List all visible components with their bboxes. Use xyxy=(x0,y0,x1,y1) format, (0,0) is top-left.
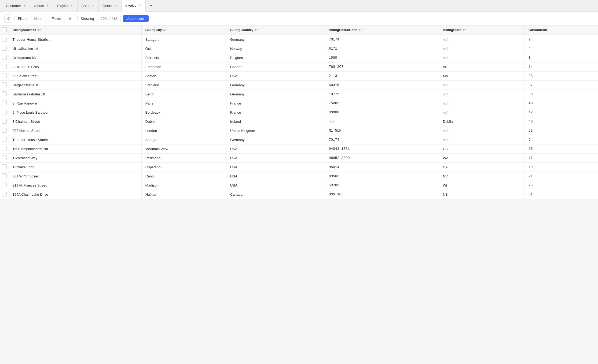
col-header-billingcountry[interactable]: BillingCountryA? xyxy=(226,25,325,35)
cell-billingpostalcode[interactable]: B3S 1C5 xyxy=(325,190,439,199)
cell-customerid[interactable]: 4 xyxy=(524,44,598,53)
add-tab-button[interactable]: + xyxy=(147,2,155,10)
cell-billingcity[interactable]: Stuttgart xyxy=(141,135,226,144)
cell-billingstate[interactable]: null xyxy=(439,35,524,44)
cell-billingpostalcode[interactable]: T6G 2C7 xyxy=(325,62,439,72)
cell-billingstate[interactable]: AB xyxy=(439,62,524,72)
cell-billingpostalcode[interactable]: 70174 xyxy=(325,135,439,144)
row-checkbox[interactable] xyxy=(0,126,9,135)
cell-billingpostalcode[interactable]: 70174 xyxy=(325,35,439,44)
cell-billingcity[interactable]: Madison xyxy=(141,181,226,190)
cell-billingaddress[interactable]: Barbarossastraße 19 xyxy=(9,90,141,99)
cell-billingaddress[interactable]: 1 Infinite Loop xyxy=(9,163,141,172)
cell-billingaddress[interactable]: Berger Straße 10 xyxy=(9,81,141,90)
cell-customerid[interactable]: 25 xyxy=(524,181,598,190)
row-checkbox[interactable] xyxy=(0,108,9,117)
row-checkbox[interactable] xyxy=(0,163,9,172)
cell-billingcountry[interactable]: Germany xyxy=(226,35,325,44)
cell-billingcountry[interactable]: Ireland xyxy=(226,117,325,126)
row-checkbox[interactable] xyxy=(0,117,9,126)
cell-billingcity[interactable]: Redmond xyxy=(141,154,226,163)
cell-billingcity[interactable]: Oslo xyxy=(141,44,226,53)
cell-customerid[interactable]: 31 xyxy=(524,190,598,199)
select-all-checkbox[interactable] xyxy=(0,25,9,35)
tab-close-icon[interactable]: ✕ xyxy=(138,4,142,8)
row-checkbox[interactable] xyxy=(0,81,9,90)
cell-billingpostalcode[interactable]: 75002 xyxy=(325,99,439,108)
row-checkbox[interactable] xyxy=(0,190,9,199)
cell-billingpostalcode[interactable]: 53703 xyxy=(325,181,439,190)
cell-customerid[interactable]: 38 xyxy=(524,90,598,99)
col-header-customerid[interactable]: CustomerId xyxy=(524,25,598,35)
cell-billingcountry[interactable]: USA xyxy=(226,181,325,190)
cell-billingpostalcode[interactable]: 10779 xyxy=(325,90,439,99)
cell-billingaddress[interactable]: Theodor-Heuss-Straße … xyxy=(9,135,141,144)
cell-billingcity[interactable]: London xyxy=(141,126,226,135)
cell-billingpostalcode[interactable]: 94043-1351 xyxy=(325,144,439,154)
cell-billingcity[interactable]: Frankfurt xyxy=(141,81,226,90)
cell-customerid[interactable]: 21 xyxy=(524,172,598,181)
cell-billingstate[interactable]: MA xyxy=(439,72,524,81)
row-checkbox[interactable] xyxy=(0,44,9,53)
cell-billingcity[interactable]: Stuttgart xyxy=(141,35,226,44)
cell-customerid[interactable]: 23 xyxy=(524,72,598,81)
cell-billingcountry[interactable]: United Kingdom xyxy=(226,126,325,135)
cell-billingcountry[interactable]: France xyxy=(226,108,325,117)
row-checkbox[interactable] xyxy=(0,154,9,163)
cell-billingaddress[interactable]: Ullevålsveien 14 xyxy=(9,44,141,53)
cell-billingcountry[interactable]: USA xyxy=(226,72,325,81)
fields-label[interactable]: Fields xyxy=(48,15,64,22)
cell-billingcity[interactable]: Mountain View xyxy=(141,144,226,154)
cell-billingpostalcode[interactable]: 95014 xyxy=(325,163,439,172)
refresh-button[interactable]: ↺ xyxy=(4,14,12,23)
cell-customerid[interactable]: 8 xyxy=(524,53,598,62)
cell-billingpostalcode[interactable]: null xyxy=(325,117,439,126)
cell-billingaddress[interactable]: 1 Microsoft Way xyxy=(9,154,141,163)
cell-billingstate[interactable]: null xyxy=(439,135,524,144)
cell-customerid[interactable]: 14 xyxy=(524,62,598,72)
row-checkbox[interactable] xyxy=(0,62,9,72)
cell-billingpostalcode[interactable]: 2113 xyxy=(325,72,439,81)
tab-close-icon[interactable]: ✕ xyxy=(70,4,74,8)
cell-billingstate[interactable]: null xyxy=(439,126,524,135)
cell-customerid[interactable]: 37 xyxy=(524,81,598,90)
cell-billingpostalcode[interactable]: 0171 xyxy=(325,44,439,53)
tab-album[interactable]: Album✕ xyxy=(30,0,53,12)
col-header-billingstate[interactable]: BillingStateA? xyxy=(439,25,524,35)
cell-billingcity[interactable]: Boston xyxy=(141,72,226,81)
cell-billingstate[interactable]: null xyxy=(439,108,524,117)
cell-billingaddress[interactable]: 202 Hoxton Street xyxy=(9,126,141,135)
cell-billingcountry[interactable]: USA xyxy=(226,144,325,154)
cell-billingcity[interactable]: Berlin xyxy=(141,90,226,99)
row-checkbox[interactable] xyxy=(0,99,9,108)
cell-billingstate[interactable]: null xyxy=(439,81,524,90)
cell-billingcountry[interactable]: Canada xyxy=(226,62,325,72)
cell-billingpostalcode[interactable]: 1000 xyxy=(325,53,439,62)
cell-customerid[interactable]: 42 xyxy=(524,108,598,117)
cell-billingaddress[interactable]: Theodor-Heuss-Straße … xyxy=(9,35,141,44)
cell-billingcountry[interactable]: USA xyxy=(226,172,325,181)
cell-billingaddress[interactable]: 3 Chatham Street xyxy=(9,117,141,126)
cell-billingstate[interactable]: NV xyxy=(439,172,524,181)
tab-customer[interactable]: Customer✕ xyxy=(2,0,30,12)
cell-billingaddress[interactable]: 8210 111 ST NW xyxy=(9,62,141,72)
tab-close-icon[interactable]: ✕ xyxy=(91,4,95,8)
cell-customerid[interactable]: 2 xyxy=(524,35,598,44)
sort-icon[interactable]: A? xyxy=(37,29,41,32)
cell-billingpostalcode[interactable]: 33000 xyxy=(325,108,439,117)
tab-close-icon[interactable]: ✕ xyxy=(23,4,26,8)
row-checkbox[interactable] xyxy=(0,144,9,154)
cell-billingcity[interactable]: Bordeaux xyxy=(141,108,226,117)
col-header-billingcity[interactable]: BillingCityA? xyxy=(141,25,226,35)
sort-icon[interactable]: A? xyxy=(163,29,167,32)
cell-billingcountry[interactable]: Germany xyxy=(226,81,325,90)
cell-billingpostalcode[interactable]: 89503 xyxy=(325,172,439,181)
cell-billingcity[interactable]: Cupertino xyxy=(141,163,226,172)
cell-billingcountry[interactable]: Belgium xyxy=(226,53,325,62)
cell-customerid[interactable]: 16 xyxy=(524,144,598,154)
cell-billingcountry[interactable]: Canada xyxy=(226,190,325,199)
cell-billingstate[interactable]: null xyxy=(439,99,524,108)
tab-close-icon[interactable]: ✕ xyxy=(114,4,118,8)
cell-billingpostalcode[interactable]: 60316 xyxy=(325,81,439,90)
cell-billingcountry[interactable]: Norway xyxy=(226,44,325,53)
